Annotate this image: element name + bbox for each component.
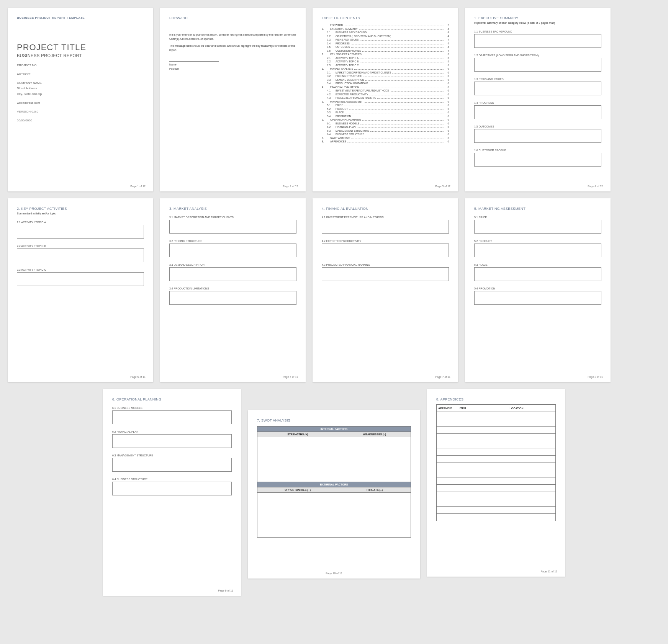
toc-line: 3.3DEMAND DESCRIPTION6 xyxy=(322,78,449,82)
input-1-2[interactable] xyxy=(474,58,601,72)
appendix-row[interactable] xyxy=(437,427,556,434)
toc-label: BUSINESS BACKGROUND xyxy=(336,31,367,34)
toc-number: 3.2 xyxy=(327,75,336,77)
page-footer: Page 10 of 11 xyxy=(326,572,342,575)
sub-4-2: 4.2 EXPECTED PRODUCTIVITY xyxy=(322,240,449,242)
appendix-row[interactable] xyxy=(437,441,556,448)
threats-cell[interactable] xyxy=(338,493,411,538)
toc-dots xyxy=(368,33,444,33)
page-4: 1. EXECUTIVE SUMMARY High level summary … xyxy=(465,8,611,191)
toc-number: 1.4 xyxy=(327,42,336,45)
toc-line: 5.MARKETING ASSESSMENT6 xyxy=(322,100,449,103)
input-6-1[interactable] xyxy=(112,410,232,424)
appendix-row[interactable] xyxy=(437,419,556,427)
page-9: 6. OPERATIONAL PLANNING 6.1 BUSINESS MOD… xyxy=(103,389,241,596)
toc-page: 4 xyxy=(445,28,449,30)
toc-label: ACTIVITY / TOPIC B xyxy=(336,60,359,63)
toc-line: 6.OPERATIONAL PLANNING6 xyxy=(322,118,449,121)
appendix-row[interactable] xyxy=(437,470,556,477)
toc-number: 2.2 xyxy=(327,60,336,63)
input-2-2[interactable] xyxy=(17,248,144,262)
toc-label: RISKS AND ISSUES xyxy=(336,38,359,41)
toc-page: 6 xyxy=(445,89,449,92)
toc-number: 8. xyxy=(322,140,330,143)
toc-page: 6 xyxy=(445,108,449,110)
input-4-3[interactable] xyxy=(322,267,449,281)
toc-label: MARKET DESCRIPTION AND TARGET CLIENTS xyxy=(336,71,391,74)
sub-2-2: 2.2 ACTIVITY / TOPIC B xyxy=(17,245,144,247)
input-5-3[interactable] xyxy=(474,267,601,281)
input-2-3[interactable] xyxy=(17,272,144,286)
toc-dots xyxy=(370,131,444,132)
input-6-3[interactable] xyxy=(112,458,232,472)
sub-1-5: 1.5 OUTCOMES xyxy=(474,125,601,128)
toc-page: 6 xyxy=(445,133,449,136)
input-5-1[interactable] xyxy=(474,220,601,234)
appendix-row[interactable] xyxy=(437,477,556,485)
toc-page: 6 xyxy=(445,96,449,99)
toc-label: KEY PROJECT ACTIVITIES xyxy=(330,53,362,56)
toc-number: 6. xyxy=(322,118,330,121)
opportunities-cell[interactable] xyxy=(257,493,338,538)
appendix-row[interactable] xyxy=(437,499,556,507)
col-appendix: APPENDIX xyxy=(437,405,458,412)
appendix-row[interactable] xyxy=(437,456,556,463)
page-footer: Page 5 of 11 xyxy=(130,376,146,378)
toc-label: PROGRESS xyxy=(336,42,350,45)
external-factors-header: EXTERNAL FACTORS xyxy=(257,482,411,487)
toc-page: 6 xyxy=(445,104,449,106)
toc-page: 5 xyxy=(445,60,449,63)
input-4-2[interactable] xyxy=(322,244,449,257)
toc-dots xyxy=(351,44,444,44)
toc-label: PROJECTED FINANCIAL RANKING xyxy=(336,96,376,99)
input-1-6[interactable] xyxy=(474,153,601,167)
input-3-1[interactable] xyxy=(169,220,296,234)
toc-number: 6.2 xyxy=(327,126,336,128)
appendix-row[interactable] xyxy=(437,412,556,419)
input-5-2[interactable] xyxy=(474,244,601,257)
input-6-4[interactable] xyxy=(112,482,232,495)
toc-number: 2. xyxy=(322,53,330,56)
strengths-cell[interactable] xyxy=(257,437,338,482)
appendix-row[interactable] xyxy=(437,463,556,470)
toc-line: 1.6CUSTOMER PROFILE4 xyxy=(322,49,449,52)
input-2-1[interactable] xyxy=(17,225,144,239)
toc-line: 3.MARKET ANALYSIS6 xyxy=(322,67,449,70)
page-1: BUSINESS PROJECT REPORT TEMPLATE PROJECT… xyxy=(8,8,153,191)
toc-page: 6 xyxy=(445,86,449,88)
sub-5-4: 5.4 PROMOTION xyxy=(474,287,601,290)
toc-number: 1.5 xyxy=(327,46,336,48)
toc-dots xyxy=(360,62,444,62)
appendix-row[interactable] xyxy=(437,448,556,456)
input-3-4[interactable] xyxy=(169,291,296,305)
sub-6-1: 6.1 BUSINESS MODELS xyxy=(112,407,232,409)
appendix-row[interactable] xyxy=(437,485,556,492)
appendix-row[interactable] xyxy=(437,507,556,514)
input-1-4[interactable] xyxy=(474,105,601,119)
input-5-4[interactable] xyxy=(474,291,601,305)
input-3-2[interactable] xyxy=(169,244,296,257)
appendix-row[interactable] xyxy=(437,492,556,499)
page-2: FORWARD If it is your intention to publi… xyxy=(160,8,306,191)
toc-number: 1.3 xyxy=(327,38,336,41)
input-3-3[interactable] xyxy=(169,267,296,281)
input-1-3[interactable] xyxy=(474,82,601,95)
sub-3-3: 3.3 DEMAND DESCRIPTION xyxy=(169,263,296,266)
toc-number: 3.4 xyxy=(327,82,336,85)
opportunities-header: OPPORTUNITIES (+) xyxy=(257,487,338,493)
appendix-row[interactable] xyxy=(437,514,556,521)
toc-page: 6 xyxy=(445,137,449,139)
forward-para1: If it is your intention to publish this … xyxy=(169,33,296,41)
input-4-1[interactable] xyxy=(322,220,449,234)
input-1-1[interactable] xyxy=(474,34,601,48)
appendix-row[interactable] xyxy=(437,434,556,441)
weaknesses-cell[interactable] xyxy=(338,437,411,482)
toc-line: 1.5OUTCOMES4 xyxy=(322,46,449,49)
toc-line: FORWARD2 xyxy=(322,24,449,27)
input-1-5[interactable] xyxy=(474,129,601,143)
page-11: 8. APPENDICES APPENDIX ITEM LOCATION Pag… xyxy=(427,389,565,577)
threats-header: THREATS (–) xyxy=(338,487,411,493)
input-6-2[interactable] xyxy=(112,434,232,448)
toc-label: BUSINESS STRUCTURE xyxy=(336,133,364,136)
project-title: PROJECT TITLE xyxy=(17,42,144,52)
